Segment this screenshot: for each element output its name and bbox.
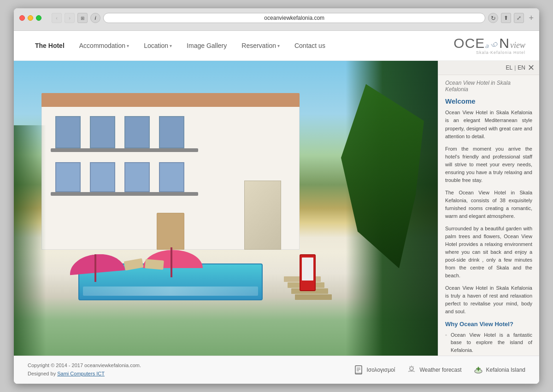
designed-by-link[interactable]: Sami Computers ICT: [57, 371, 105, 376]
windows-row1: [55, 116, 184, 148]
island-icon: [473, 365, 483, 375]
close-button[interactable]: [19, 15, 25, 21]
footer-copyright: Copyright © 2014 - 2017 oceanviewkefalon…: [28, 362, 141, 378]
paragraph-1: Ocean View Hotel in Skala Kefalonia is a…: [445, 109, 532, 140]
browser-chrome: ‹ › ⊞ i oceanviewkefalonia.com ↻ ⬆ ⤢ +: [14, 8, 539, 31]
site-logo: OCE ₐ꩜ N view Skala·Kefalonia Hotel: [453, 36, 525, 55]
info-button[interactable]: i: [90, 13, 100, 23]
dropdown-arrow-location: ▾: [170, 43, 172, 48]
welcome-heading: Welcome: [445, 97, 532, 105]
maximize-button[interactable]: [36, 15, 41, 21]
url-text: oceanviewkefalonia.com: [264, 15, 324, 21]
share-button[interactable]: ⬆: [501, 13, 511, 23]
vending-machine: [300, 254, 316, 291]
kefalonia-label: Kefalonia Island: [486, 367, 525, 373]
logo-subtitle: Skala·Kefalonia Hotel: [476, 50, 525, 55]
windows-row2: [55, 162, 184, 192]
svg-point-5: [410, 367, 413, 370]
left-trees: [14, 125, 46, 356]
forward-button[interactable]: ›: [65, 13, 75, 23]
panel-inner: Ocean View Hotel in Skala Kefalonia Welc…: [438, 75, 539, 356]
website-content: The Hotel Accommodation ▾ Location ▾ Ima…: [14, 31, 539, 383]
weather-icon: [406, 365, 417, 375]
weather-label: Weather forecast: [419, 367, 461, 373]
logo-oce: OCE: [453, 36, 485, 50]
svg-line-7: [413, 366, 414, 367]
footer-link-kefalonia[interactable]: Kefalonia Island: [473, 365, 525, 375]
address-bar[interactable]: oceanviewkefalonia.com: [103, 13, 485, 23]
paragraph-3: The Ocean View Hotel in Skala Kefalonia,…: [445, 189, 532, 220]
panel-close-button[interactable]: ✕: [528, 64, 535, 72]
nav-item-location[interactable]: Location ▾: [136, 37, 179, 54]
why-heading: Why Ocean View Hotel?: [445, 321, 532, 328]
minimize-button[interactable]: [28, 15, 33, 21]
accounting-label: Ισολογισμοί: [366, 367, 395, 373]
main-content: EL | EN ✕ Ocean View Hotel in Skala Kefa…: [14, 61, 539, 356]
receipt-icon: [353, 365, 364, 375]
footer-link-accounting[interactable]: Ισολογισμοί: [353, 365, 395, 375]
grid-button[interactable]: ⊞: [77, 13, 88, 23]
nav-item-contact[interactable]: Contact us: [287, 37, 333, 54]
lang-el[interactable]: EL: [506, 64, 513, 71]
svg-line-8: [409, 366, 410, 367]
new-tab-button[interactable]: +: [529, 13, 534, 23]
reload-button[interactable]: ↻: [488, 13, 498, 23]
logo-wave: ₐ꩜: [485, 40, 499, 50]
pool-umbrella-area: [51, 245, 281, 300]
umbrella-left: [69, 254, 124, 273]
browser-window: ‹ › ⊞ i oceanviewkefalonia.com ↻ ⬆ ⤢ + T…: [14, 8, 539, 383]
logo-n: N: [499, 36, 509, 50]
copyright-line2: Designed by Sami Computers ICT: [28, 370, 141, 378]
lang-separator: |: [514, 64, 516, 71]
nav-item-accommodation[interactable]: Accommodation ▾: [72, 37, 136, 54]
paragraph-2: From the moment you arrive the hotel's f…: [445, 145, 532, 184]
logo-main: OCE ₐ꩜ N view: [453, 36, 525, 50]
logo-view: view: [510, 41, 525, 49]
nav-item-hotel[interactable]: The Hotel: [28, 37, 72, 54]
bullet-item-1: Ocean View Hotel is a fantastic base to …: [445, 331, 532, 354]
language-bar: EL | EN ✕: [438, 61, 539, 75]
paragraph-4: Surrounded by a beautiful garden with pa…: [445, 225, 532, 280]
footer-link-weather[interactable]: Weather forecast: [406, 365, 461, 375]
dropdown-arrow-reservation: ▾: [277, 43, 280, 48]
nav-item-reservation[interactable]: Reservation ▾: [234, 37, 287, 54]
lang-en[interactable]: EN: [518, 64, 525, 71]
svg-rect-0: [355, 366, 362, 374]
hero-section: [14, 61, 438, 356]
copyright-line1: Copyright © 2014 - 2017 oceanviewkefalon…: [28, 362, 141, 370]
bullet-list: Ocean View Hotel is a fantastic base to …: [445, 331, 532, 356]
browser-buttons: ‹ › ⊞ i oceanviewkefalonia.com ↻ ⬆ ⤢ +: [19, 13, 534, 23]
back-button[interactable]: ‹: [52, 13, 62, 23]
site-navigation: The Hotel Accommodation ▾ Location ▾ Ima…: [14, 31, 539, 61]
dropdown-arrow: ▾: [127, 43, 129, 48]
nav-item-gallery[interactable]: Image Gallery: [179, 37, 234, 54]
nav-links: The Hotel Accommodation ▾ Location ▾ Ima…: [28, 37, 453, 54]
right-info-panel: EL | EN ✕ Ocean View Hotel in Skala Kefa…: [438, 61, 539, 356]
hotel-building: [41, 102, 300, 250]
site-footer: Copyright © 2014 - 2017 oceanviewkefalon…: [14, 356, 539, 383]
fullscreen-button[interactable]: ⤢: [514, 13, 524, 23]
footer-links: Ισολογισμοί Weather forecast: [353, 365, 525, 375]
panel-page-title: Ocean View Hotel in Skala Kefalonia: [445, 80, 532, 93]
paragraph-5: Ocean View Hotel in Skala Kefalonia is t…: [445, 284, 532, 316]
